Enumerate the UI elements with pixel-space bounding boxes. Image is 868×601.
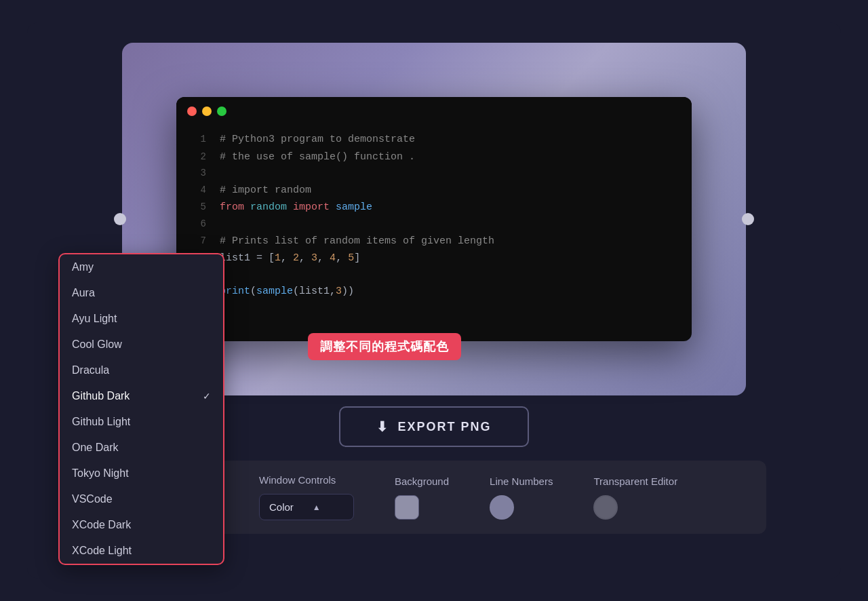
background-color-swatch[interactable] xyxy=(395,495,419,520)
theme-item-ayu-light[interactable]: Ayu Light xyxy=(60,306,223,332)
code-line: 6 xyxy=(190,216,678,233)
background-control: Background xyxy=(395,476,449,520)
close-dot xyxy=(187,106,197,116)
theme-item-cool-glow[interactable]: Cool Glow xyxy=(60,332,223,357)
line-numbers-label: Line Numbers xyxy=(490,476,553,487)
theme-label: Github Dark xyxy=(72,390,130,402)
checkmark-icon: ✓ xyxy=(203,391,211,402)
line-numbers-toggle[interactable] xyxy=(490,495,514,520)
theme-label: XCode Light xyxy=(72,545,132,557)
code-line: 8 list1 = [1, 2, 3, 4, 5] xyxy=(190,250,678,267)
code-content: 1 # Python3 program to demonstrate 2 # t… xyxy=(176,125,692,314)
chevron-up-icon: ▲ xyxy=(313,503,321,512)
window-controls-value: Color xyxy=(269,501,294,513)
theme-item-github-light[interactable]: Github Light xyxy=(60,409,223,435)
transparent-editor-label: Transparent Editor xyxy=(593,476,677,487)
transparent-editor-control: Transparent Editor xyxy=(593,476,677,520)
theme-item-one-dark[interactable]: One Dark xyxy=(60,435,223,461)
window-controls-control: Window Controls Color ▲ xyxy=(259,474,354,520)
titlebar xyxy=(176,97,692,125)
code-line: 9 xyxy=(190,267,678,284)
code-line: 10 print(sample(list1,3)) xyxy=(190,283,678,300)
theme-label: Dracula xyxy=(72,364,109,376)
label-overlay: 調整不同的程式碼配色 xyxy=(308,333,461,360)
code-line: 2 # the use of sample() function . xyxy=(190,149,678,166)
slider-right[interactable] xyxy=(742,213,754,225)
theme-label: Tokyo Night xyxy=(72,467,129,480)
code-line: 5 from random import sample xyxy=(190,199,678,216)
code-line: 3 xyxy=(190,166,678,182)
transparent-editor-toggle[interactable] xyxy=(593,495,618,520)
download-icon: ⬇ xyxy=(376,419,389,435)
theme-label: Github Light xyxy=(72,416,130,428)
theme-item-github-dark[interactable]: Github Dark ✓ xyxy=(60,383,223,409)
code-line: 4 # import random xyxy=(190,182,678,199)
theme-item-vscode[interactable]: VSCode xyxy=(60,486,223,512)
main-container: 1 # Python3 program to demonstrate 2 # t… xyxy=(27,22,841,579)
theme-item-xcode-light[interactable]: XCode Light xyxy=(60,538,223,564)
theme-label: Ayu Light xyxy=(72,313,117,325)
theme-dropdown: Amy Aura Ayu Light Cool Glow Dracula Git… xyxy=(58,253,224,565)
theme-label: One Dark xyxy=(72,442,118,454)
background-label: Background xyxy=(395,476,449,487)
theme-item-tokyo-night[interactable]: Tokyo Night xyxy=(60,461,223,486)
window-controls-label: Window Controls xyxy=(259,474,354,486)
code-line: 7 # Prints list of random items of given… xyxy=(190,233,678,250)
maximize-dot xyxy=(217,106,226,116)
theme-item-dracula[interactable]: Dracula xyxy=(60,357,223,383)
theme-label: VSCode xyxy=(72,493,113,505)
theme-item-aura[interactable]: Aura xyxy=(60,280,223,306)
theme-label: Cool Glow xyxy=(72,338,122,351)
window-controls-select[interactable]: Color ▲ xyxy=(259,494,354,520)
theme-item-amy[interactable]: Amy xyxy=(60,254,223,280)
code-window: 1 # Python3 program to demonstrate 2 # t… xyxy=(176,97,692,341)
theme-label: Aura xyxy=(72,287,95,299)
minimize-dot xyxy=(202,106,212,116)
theme-item-xcode-dark[interactable]: XCode Dark xyxy=(60,512,223,538)
export-button[interactable]: ⬇ EXPORT PNG xyxy=(339,406,529,447)
line-numbers-control: Line Numbers xyxy=(490,476,553,520)
theme-label: Amy xyxy=(72,261,94,273)
code-line: 1 # Python3 program to demonstrate xyxy=(190,131,678,149)
slider-left[interactable] xyxy=(114,213,126,225)
theme-label: XCode Dark xyxy=(72,519,131,531)
export-label: EXPORT PNG xyxy=(397,420,491,434)
